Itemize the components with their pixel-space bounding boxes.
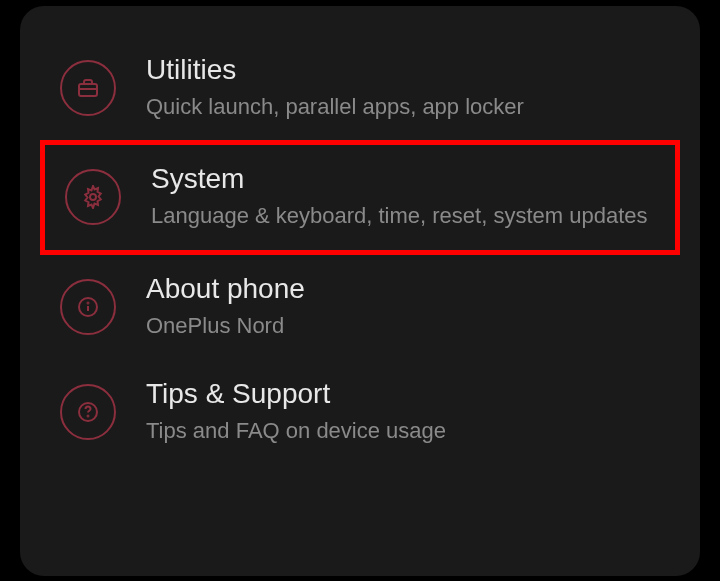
settings-list: Utilities Quick launch, parallel apps, a… — [20, 6, 700, 576]
gear-icon — [65, 169, 121, 225]
svg-point-2 — [90, 194, 96, 200]
toolbox-icon — [60, 60, 116, 116]
setting-subtitle: OnePlus Nord — [146, 311, 660, 342]
setting-item-tips-support[interactable]: Tips & Support Tips and FAQ on device us… — [20, 360, 700, 465]
setting-title: About phone — [146, 273, 660, 305]
setting-subtitle: Language & keyboard, time, reset, system… — [151, 201, 655, 232]
setting-text: Utilities Quick launch, parallel apps, a… — [146, 54, 660, 123]
setting-subtitle: Quick launch, parallel apps, app locker — [146, 92, 660, 123]
svg-point-5 — [88, 303, 89, 304]
setting-title: Utilities — [146, 54, 660, 86]
setting-text: Tips & Support Tips and FAQ on device us… — [146, 378, 660, 447]
setting-text: System Language & keyboard, time, reset,… — [151, 163, 655, 232]
setting-item-about-phone[interactable]: About phone OnePlus Nord — [20, 255, 700, 360]
svg-point-7 — [88, 415, 89, 416]
setting-text: About phone OnePlus Nord — [146, 273, 660, 342]
setting-item-system[interactable]: System Language & keyboard, time, reset,… — [40, 140, 680, 255]
setting-item-utilities[interactable]: Utilities Quick launch, parallel apps, a… — [20, 36, 700, 141]
setting-subtitle: Tips and FAQ on device usage — [146, 416, 660, 447]
info-icon — [60, 279, 116, 335]
help-icon — [60, 384, 116, 440]
setting-title: Tips & Support — [146, 378, 660, 410]
setting-title: System — [151, 163, 655, 195]
